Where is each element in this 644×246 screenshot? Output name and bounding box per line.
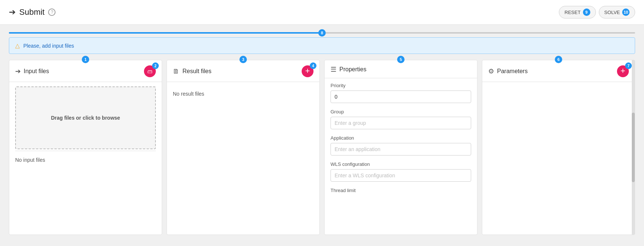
reset-badge: 9 (583, 8, 590, 16)
input-files-db-button[interactable]: 🗃 2 (144, 65, 156, 77)
page-title: Submit (19, 7, 44, 17)
help-button[interactable]: ? (48, 8, 56, 16)
solve-button[interactable]: SOLVE 10 (599, 6, 635, 18)
alert-icon: △ (15, 42, 20, 49)
db-icon: 🗃 (147, 68, 152, 74)
progress-fill (9, 32, 322, 34)
properties-title-area: ☰ Properties (331, 65, 366, 74)
priority-input[interactable] (331, 90, 471, 103)
solve-badge: 10 (622, 8, 630, 16)
result-files-add-wrapper: + 4 (302, 65, 313, 77)
reset-button[interactable]: RESET 9 (559, 6, 596, 18)
parameters-panel: 6 ⚙ Parameters + 7 (482, 60, 635, 235)
result-files-header: 3 🗎 Result files + 4 (167, 60, 319, 82)
result-files-icon: 🗎 (173, 68, 180, 75)
application-input[interactable] (331, 143, 471, 156)
result-files-step-badge: 3 (239, 56, 247, 63)
parameters-add-badge: 7 (625, 62, 632, 69)
parameters-title: Parameters (497, 68, 528, 75)
progress-dot: 8 (318, 29, 326, 37)
properties-body: Priority Group Application WLS configura… (325, 78, 477, 235)
priority-label: Priority (331, 83, 471, 88)
parameters-body (482, 82, 635, 235)
input-files-db-badge: 2 (152, 62, 159, 69)
properties-icon: ☰ (331, 65, 336, 74)
result-files-panel: 3 🗎 Result files + 4 No result files (167, 60, 320, 235)
parameters-header: 6 ⚙ Parameters + 7 (482, 60, 635, 82)
thread-field: Thread limit (331, 188, 471, 193)
top-actions: RESET 9 SOLVE 10 (559, 6, 635, 18)
group-field: Group (331, 109, 471, 129)
parameters-step-badge: 6 (555, 56, 562, 63)
group-label: Group (331, 109, 471, 115)
title-area: ➔ Submit ? (9, 7, 56, 17)
alert-message: Please, add input files (23, 43, 74, 49)
input-files-header: 1 ➔ Input files 🗃 2 (9, 60, 162, 82)
input-files-title: Input files (24, 68, 49, 75)
application-field: Application (331, 135, 471, 156)
panels-row: 1 ➔ Input files 🗃 2 Drag files or click … (0, 54, 644, 241)
wls-input[interactable] (331, 169, 471, 182)
priority-field: Priority (331, 83, 471, 103)
properties-panel: 5 ☰ Properties Priority Group Applicatio… (324, 60, 477, 235)
result-files-body: No result files (167, 82, 319, 235)
result-files-add-badge: 4 (310, 62, 316, 69)
reset-label: RESET (564, 10, 580, 15)
drop-zone-text: Drag files or click to browse (51, 115, 120, 121)
result-files-title: Result files (182, 68, 211, 75)
thread-label: Thread limit (331, 188, 471, 193)
input-files-title-area: ➔ Input files (15, 67, 49, 75)
result-files-title-area: 🗎 Result files (173, 68, 211, 75)
progress-track: 8 (9, 32, 635, 34)
no-input-files-text: No input files (15, 153, 156, 164)
properties-title: Properties (339, 66, 366, 73)
input-files-icon: ➔ (15, 67, 21, 75)
no-result-files-text: No result files (173, 86, 313, 98)
input-files-step-badge: 1 (82, 56, 89, 63)
wls-field: WLS configuration (331, 161, 471, 182)
scrollbar-track[interactable] (632, 60, 635, 235)
parameters-title-area: ⚙ Parameters (488, 67, 528, 75)
alert-bar: △ Please, add input files (9, 37, 635, 54)
input-files-panel: 1 ➔ Input files 🗃 2 Drag files or click … (9, 60, 162, 235)
drop-zone[interactable]: Drag files or click to browse (15, 86, 156, 149)
progress-bar-container: 8 (0, 25, 644, 34)
properties-header: 5 ☰ Properties (325, 60, 477, 78)
wls-label: WLS configuration (331, 161, 471, 167)
scrollbar-thumb[interactable] (632, 113, 635, 182)
properties-step-badge: 5 (397, 56, 405, 63)
application-label: Application (331, 135, 471, 141)
submit-icon: ➔ (9, 7, 16, 17)
group-input[interactable] (331, 117, 471, 129)
solve-label: SOLVE (604, 10, 620, 15)
input-files-body: Drag files or click to browse No input f… (9, 82, 162, 235)
parameters-add-wrapper: + 7 (617, 65, 629, 77)
parameters-icon: ⚙ (488, 67, 494, 75)
top-bar: ➔ Submit ? RESET 9 SOLVE 10 (0, 0, 644, 25)
